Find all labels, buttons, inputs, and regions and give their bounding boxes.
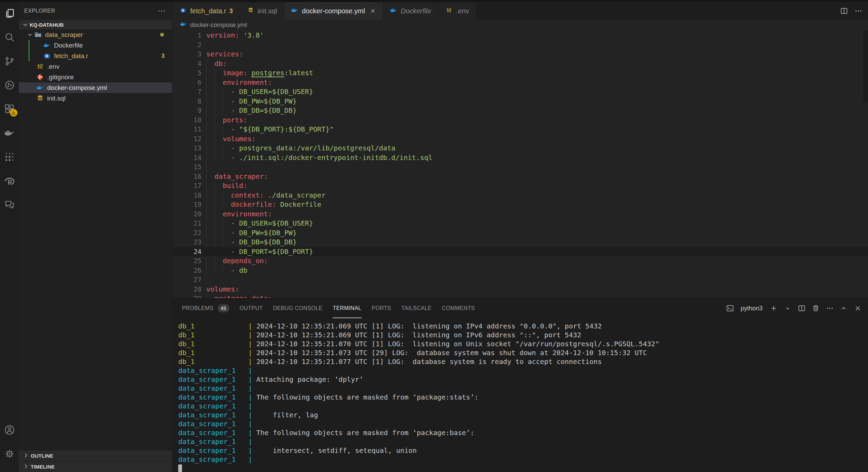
- explorer-more-actions-icon[interactable]: ⋯: [158, 6, 166, 15]
- code-line-3[interactable]: 3services:: [172, 50, 868, 59]
- vscode-window: R EXPLORER ⋯ KQ-DATAHUB data_scraperDock…: [0, 0, 868, 472]
- code-line-24[interactable]: 24 - DB_PORT=${DB_PORT}: [172, 247, 868, 257]
- panel-tab-problems[interactable]: PROBLEMS45: [182, 298, 229, 318]
- share-circle-icon[interactable]: [4, 79, 15, 91]
- code-line-14[interactable]: 14 - ./init.sql:/docker-entrypoint-initd…: [172, 153, 868, 163]
- breadcrumb-file: docker-compose.yml: [190, 22, 247, 29]
- code-line-15[interactable]: 15: [172, 162, 868, 172]
- code-line-1[interactable]: 1version: '3.8': [172, 31, 868, 40]
- file-label: .env: [47, 63, 59, 70]
- code-line-6[interactable]: 6 environment:: [172, 78, 868, 87]
- code-lines: 1version: '3.8'23services:4 db:5 image: …: [172, 31, 868, 298]
- tab-close-icon[interactable]: [370, 8, 376, 14]
- tab-label: fetch_data.r: [190, 7, 226, 15]
- code-line-17[interactable]: 17 build:: [172, 181, 868, 191]
- panel-tab-tailscale[interactable]: TAILSCALE: [401, 298, 432, 318]
- svg-text:R: R: [45, 54, 48, 58]
- tab-docker-compose.yml[interactable]: docker-compose.yml: [284, 2, 383, 20]
- explorer-item-data_scraper[interactable]: data_scraper: [19, 29, 172, 40]
- problems-badge: 45: [218, 304, 229, 312]
- editor-scrollbar[interactable]: [863, 30, 868, 102]
- terminal-line: data_scraper_1 | filter, lag: [178, 410, 868, 419]
- search-icon[interactable]: [4, 31, 15, 43]
- tab-label: init.sql: [258, 7, 277, 15]
- docker-file-icon: [390, 7, 401, 15]
- r-file-icon: R: [179, 7, 190, 15]
- terminal-output[interactable]: db_1 | 2024-12-10 12:35:21.069 UTC [1] L…: [172, 318, 868, 472]
- code-line-18[interactable]: 18 context: ./data_scraper: [172, 191, 868, 200]
- code-line-8[interactable]: 8 - DB_PW=${DB_PW}: [172, 97, 868, 106]
- comments-icon[interactable]: [4, 199, 15, 211]
- code-line-12[interactable]: 12 volumes:: [172, 134, 868, 144]
- code-line-11[interactable]: 11 - "${DB_PORT}:${DB_PORT}": [172, 125, 868, 134]
- code-line-13[interactable]: 13 - postgres_data:/var/lib/postgresql/d…: [172, 144, 868, 153]
- terminal-profile-icon: [726, 304, 734, 312]
- code-line-20[interactable]: 20 environment:: [172, 210, 868, 219]
- code-line-16[interactable]: 16 data_scraper:: [172, 172, 868, 181]
- more-actions-icon[interactable]: [854, 7, 863, 15]
- explorer-item-.env[interactable]: .env: [19, 61, 172, 72]
- code-line-7[interactable]: 7 - DB_USER=${DB_USER}: [172, 87, 868, 97]
- tab-init.sql[interactable]: init.sql: [240, 2, 284, 20]
- code-line-4[interactable]: 4 db:: [172, 59, 868, 69]
- split-editor-icon[interactable]: [840, 7, 848, 15]
- code-line-25[interactable]: 25 depends_on:: [172, 256, 868, 266]
- code-line-2[interactable]: 2: [172, 40, 868, 50]
- line-number: 10: [172, 116, 201, 125]
- code-line-19[interactable]: 19 dockerfile: Dockerfile: [172, 200, 868, 210]
- tab-Dockerfile[interactable]: Dockerfile: [383, 2, 438, 20]
- terminal-line: db_1 | 2024-12-10 12:35:21.070 UTC [1] L…: [178, 339, 868, 348]
- kill-terminal-icon[interactable]: [812, 304, 820, 312]
- source-control-icon[interactable]: [4, 55, 15, 67]
- code-line-29[interactable]: 29 postgres_data:: [172, 294, 868, 298]
- tab-fetch_data.r[interactable]: Rfetch_data.r3: [172, 2, 240, 20]
- code-line-28[interactable]: 28volumes:: [172, 285, 868, 294]
- terminal-line: db_1 | 2024-12-10 12:35:21.073 UTC [29] …: [178, 348, 868, 357]
- extensions-warning-badge: [10, 109, 17, 117]
- panel-tab-output[interactable]: OUTPUT: [240, 298, 263, 318]
- explorer-item-Dockerfile[interactable]: Dockerfile: [19, 40, 172, 51]
- dots-grid-icon[interactable]: [4, 151, 15, 163]
- explorer-item-fetch_data.r[interactable]: Rfetch_data.r3: [19, 51, 172, 61]
- r-language-icon[interactable]: R: [4, 175, 15, 187]
- panel-tab-debug-console[interactable]: DEBUG CONSOLE: [273, 298, 323, 318]
- explorer-item-docker-compose.yml[interactable]: docker-compose.yml: [19, 82, 172, 93]
- line-number: 1: [172, 31, 201, 40]
- docker-file-icon: [291, 7, 302, 15]
- code-line-27[interactable]: 27: [172, 275, 868, 285]
- code-line-21[interactable]: 21 - DB_USER=${DB_USER}: [172, 219, 868, 228]
- chevron-down-icon: [27, 32, 33, 38]
- explorer-item-.gitignore[interactable]: .gitignore: [19, 72, 172, 82]
- bottom-panel: PROBLEMS45OUTPUTDEBUG CONSOLETERMINALPOR…: [172, 298, 868, 472]
- code-line-5[interactable]: 5 image: postgres:latest: [172, 68, 868, 78]
- panel-tab-terminal[interactable]: TERMINAL: [333, 298, 361, 318]
- code-line-10[interactable]: 10 ports:: [172, 116, 868, 125]
- code-line-9[interactable]: 9 - DB_DB=${DB_DB}: [172, 106, 868, 116]
- terminal-dropdown-icon[interactable]: [784, 304, 792, 312]
- panel-more-icon[interactable]: [826, 304, 834, 312]
- explorer-icon[interactable]: [4, 8, 15, 19]
- close-panel-icon[interactable]: [854, 304, 862, 312]
- code-editor[interactable]: 1version: '3.8'23services:4 db:5 image: …: [172, 30, 868, 298]
- tab-problems-badge: 3: [229, 8, 233, 15]
- account-icon[interactable]: [4, 424, 15, 436]
- breadcrumb[interactable]: docker-compose.yml: [172, 20, 868, 30]
- explorer-item-init.sql[interactable]: init.sql: [19, 93, 172, 104]
- extensions-icon[interactable]: [4, 103, 15, 115]
- docker-icon[interactable]: [4, 127, 15, 139]
- r-file-icon: R: [43, 52, 51, 59]
- split-terminal-icon[interactable]: [798, 304, 806, 312]
- maximize-panel-icon[interactable]: [840, 304, 848, 312]
- workspace-root-header[interactable]: KQ-DATAHUB: [19, 20, 172, 29]
- panel-tab-comments[interactable]: COMMENTS: [442, 298, 475, 318]
- section-timeline[interactable]: TIMELINE: [19, 461, 172, 472]
- code-line-22[interactable]: 22 - DB_PW=${DB_PW}: [172, 228, 868, 238]
- tab-.env[interactable]: .env: [438, 2, 476, 20]
- code-line-23[interactable]: 23 - DB_DB=${DB_DB}: [172, 238, 868, 247]
- terminal-profile-label[interactable]: python3: [741, 305, 762, 312]
- panel-tab-ports[interactable]: PORTS: [372, 298, 391, 318]
- section-outline[interactable]: OUTLINE: [19, 450, 172, 461]
- new-terminal-icon[interactable]: [770, 304, 778, 312]
- settings-gear-icon[interactable]: [4, 448, 15, 460]
- code-line-26[interactable]: 26 - db: [172, 266, 868, 275]
